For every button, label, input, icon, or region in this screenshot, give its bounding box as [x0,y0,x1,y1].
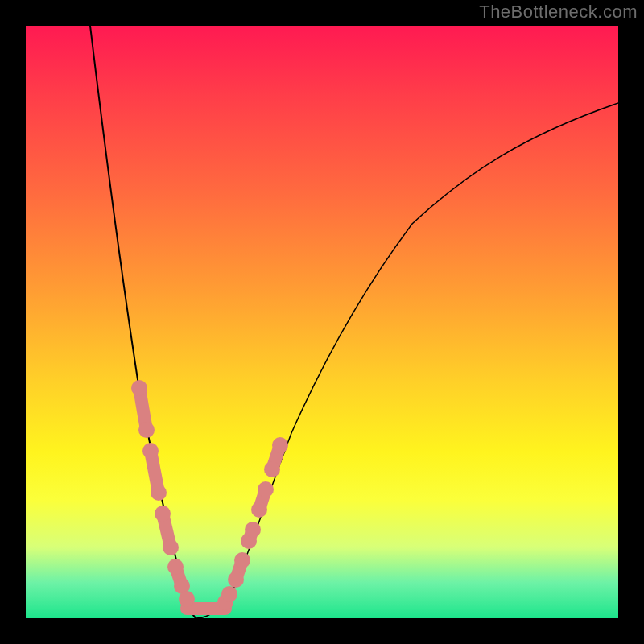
marker-dot-right [234,552,250,568]
marker-dot-left [131,380,147,396]
marker-dot-right [264,461,280,477]
chart-svg [26,26,618,618]
marker-dot-left [138,422,155,438]
marker-dot-left [155,506,171,522]
plot-area [26,26,618,618]
marker-dot-right [251,502,267,518]
marker-dot-left [163,539,179,555]
marker-dot-right [245,522,261,538]
outer-frame: TheBottleneck.com [0,0,644,644]
marker-dot-right [221,586,237,602]
left-curve [90,26,196,618]
marker-dot-right [272,437,288,453]
watermark-text: TheBottleneck.com [479,2,638,23]
marker-dot-left [151,485,167,501]
marker-dot-right [258,481,274,497]
marker-dot-left [179,591,195,607]
right-curve [196,103,618,618]
marker-dot-right [228,572,244,588]
marker-dot-left [167,559,184,575]
marker-dot-left [142,443,159,459]
